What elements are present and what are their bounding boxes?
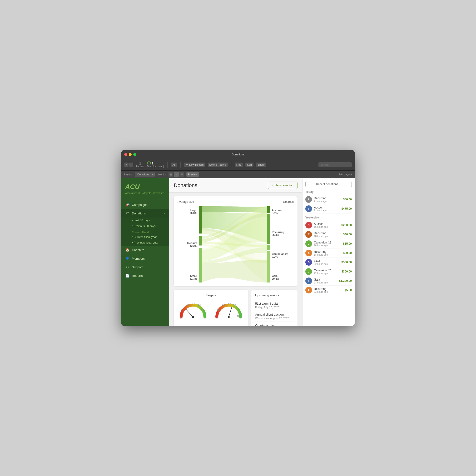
svg-point-11 <box>192 316 194 318</box>
sidebar-item-campaigns[interactable]: 📢 Campaigns <box>121 200 169 209</box>
sidebar-item-chapters[interactable]: 🏠 Chapters <box>121 246 169 254</box>
list-item[interactable]: C Campaign #2 22 hours ago $300.00 <box>305 267 352 276</box>
list-item[interactable]: T Recurring 18 hours ago $40.00 <box>305 230 352 239</box>
sankey-campaign2-label: Campaign #2 6.2% <box>270 253 294 258</box>
today-label: Today <box>305 190 352 193</box>
svg-point-19 <box>228 316 230 318</box>
event-date-2: Wednesday, August 12, 2020 <box>255 317 294 320</box>
donation-type: Recurring <box>314 250 341 254</box>
donation-type: Recurring <box>314 287 343 290</box>
avatar: S <box>305 222 312 228</box>
svg-rect-7 <box>267 214 270 244</box>
event-name-3: Quarterly drive <box>255 324 294 326</box>
sort-button[interactable]: Sort <box>245 163 254 167</box>
donation-amount: $475.00 <box>341 207 352 210</box>
donation-amount: $250.00 <box>341 223 352 227</box>
list-item[interactable]: I Auction 7 hours ago $475.00 <box>305 204 352 214</box>
svg-rect-4 <box>199 236 202 246</box>
support-label: Support <box>132 265 165 269</box>
donation-type: Campaign #2 <box>314 241 341 244</box>
donation-amount: $80.00 <box>343 251 352 255</box>
list-item[interactable]: I Gala 23 hours ago $1,200.00 <box>305 276 352 286</box>
dashboard: Average size Sources Large 36.0% Medium <box>169 192 302 326</box>
list-item[interactable]: C Campaign #2 18 hours ago $15.00 <box>305 239 352 249</box>
donation-type: Campaign #2 <box>314 269 340 272</box>
sankey-recurring-label: Recurring 56.3% <box>270 231 294 236</box>
search-input[interactable] <box>319 162 352 167</box>
close-button[interactable] <box>124 153 127 156</box>
yesterday-donations-list: S Auction 16 hours ago $250.00 T Recurri… <box>305 221 352 295</box>
preview-button[interactable]: Preview <box>186 172 199 177</box>
donation-info: Recurring 23 hours ago <box>314 287 343 293</box>
svg-point-0 <box>147 162 151 165</box>
view-table-icon[interactable]: ⊞ <box>179 172 184 177</box>
share-button[interactable]: Share <box>256 163 266 167</box>
sidebar-item-reports[interactable]: 📄 Reports <box>121 271 169 280</box>
titlebar: Donations <box>121 150 355 159</box>
nav-buttons: ‹ › <box>124 163 133 167</box>
svg-text:$2k: $2k <box>217 309 221 311</box>
view-list-icon[interactable]: ≡ <box>174 172 179 177</box>
avatar: P <box>305 196 312 203</box>
svg-rect-2 <box>186 165 188 165</box>
new-donation-button[interactable]: + New donation <box>268 182 298 189</box>
list-item[interactable]: S Auction 16 hours ago $250.00 <box>305 221 352 230</box>
donations-label: Donations <box>132 212 161 215</box>
list-item[interactable]: A Recurring 23 hours ago $5.00 <box>305 286 352 295</box>
donation-amount: $300.00 <box>341 270 352 273</box>
list-item[interactable]: A Recurring 18 hours ago $80.00 <box>305 249 352 258</box>
submenu-section-label: Current fiscal <box>121 229 169 234</box>
submenu-prev30[interactable]: Previous 30 days <box>121 223 169 229</box>
donation-type: Auction <box>314 206 340 209</box>
list-item[interactable]: P Recurring 4 hours ago $50.00 <box>305 195 352 204</box>
submenu-current-fiscal[interactable]: Current fiscal year <box>121 234 169 240</box>
avatar: C <box>305 268 312 275</box>
records-count: 1 Records <box>136 162 144 168</box>
svg-text:$0: $0 <box>216 317 218 319</box>
donation-info: Auction 16 hours ago <box>314 222 340 228</box>
minimize-button[interactable] <box>129 153 132 156</box>
view-form-icon[interactable]: ▦ <box>169 172 173 177</box>
svg-text:$8k: $8k <box>236 308 240 311</box>
sankey-medium-label: Medium 12.2% <box>178 241 199 247</box>
avatar: A <box>305 250 312 256</box>
donation-amount: $40.00 <box>343 233 352 236</box>
donation-time: 23 hours ago <box>314 290 343 293</box>
events-card: Upcoming events 51st alumni gala Friday,… <box>251 290 298 326</box>
page-title: Donations <box>174 182 197 188</box>
donations-chevron: ∨ <box>164 212 165 215</box>
new-record-button[interactable]: New Record <box>184 163 205 167</box>
sidebar-nav: 📢 Campaigns 🛡 Donations ∨ Last 30 days P… <box>121 200 169 280</box>
sidebar-item-donations[interactable]: 🛡 Donations ∨ <box>121 209 169 218</box>
donation-time: 22 hours ago <box>314 263 340 265</box>
donation-info: Campaign #2 22 hours ago <box>314 269 340 275</box>
yesterday-label: Yesterday <box>305 216 352 219</box>
layout-select[interactable]: Donations <box>135 172 155 177</box>
reports-icon: 📄 <box>125 273 130 278</box>
sidebar-item-members[interactable]: 👤 Members <box>121 254 169 263</box>
svg-text:$1k: $1k <box>181 309 185 311</box>
gauge-2-svg: $0 $2k $3k $4k $6k $8k $10k <box>213 300 244 319</box>
delete-record-button[interactable]: Delete Record <box>208 163 228 167</box>
gauges: $0 $1k $2k $3k $4k $5k <box>178 300 244 319</box>
all-button[interactable]: All <box>171 163 177 167</box>
recent-donations-button[interactable]: Recent donations ◇ <box>305 181 352 187</box>
donation-time: 18 hours ago <box>314 244 341 247</box>
targets-title: Targets <box>178 293 244 297</box>
sidebar-item-support[interactable]: ⚙ Support <box>121 263 169 271</box>
gauge-1: $0 $1k $2k $3k $4k $5k <box>178 300 208 319</box>
edit-layout-button[interactable]: Edit Layout <box>339 173 352 176</box>
main-header: Donations + New donation <box>169 178 302 192</box>
chapters-icon: 🏠 <box>125 248 130 252</box>
sankey-auction-label: Auction 8.1% <box>270 209 294 214</box>
submenu-prev-fiscal[interactable]: Previous fiscal year <box>121 240 169 246</box>
donation-time: 18 hours ago <box>314 254 341 256</box>
donation-type: Recurring <box>314 232 341 235</box>
submenu-last30[interactable]: Last 30 days <box>121 218 169 223</box>
back-button[interactable]: ‹ <box>124 163 129 167</box>
find-button[interactable]: Find <box>235 163 243 167</box>
donation-time: 7 hours ago <box>314 209 340 212</box>
forward-button[interactable]: › <box>129 163 134 167</box>
list-item[interactable]: B Gala 22 hours ago $500.00 <box>305 258 352 267</box>
maximize-button[interactable] <box>133 153 136 156</box>
